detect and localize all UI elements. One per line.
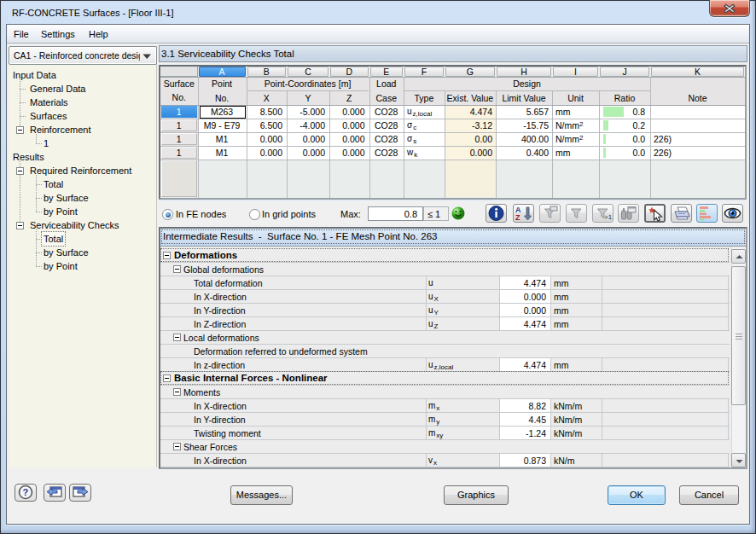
svg-text:Z: Z: [515, 213, 520, 222]
svg-text:?: ?: [23, 487, 29, 497]
svg-text:>1: >1: [604, 213, 613, 221]
